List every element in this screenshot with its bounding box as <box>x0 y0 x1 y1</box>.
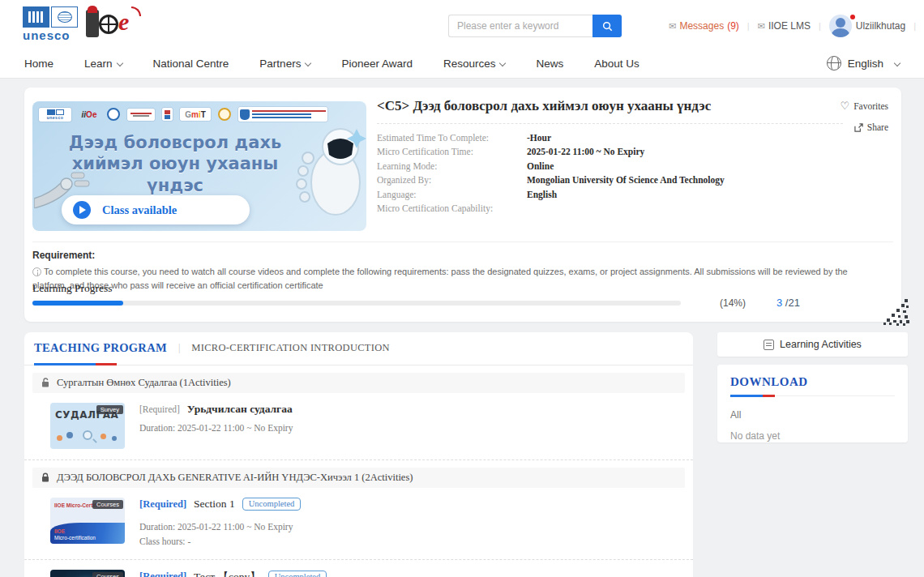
nav-item-resources[interactable]: Resources <box>443 58 506 70</box>
header-links: ✉ Messages (9) | ✉ IIOE LMS | Ulziilkhut… <box>669 15 916 37</box>
class-available-button[interactable]: Class available <box>62 195 250 224</box>
iioe-signal-icon <box>131 6 141 16</box>
info-icon <box>32 267 41 276</box>
requirement-title: Requirement: <box>32 250 893 261</box>
iioe-logo: e <box>84 6 141 44</box>
banner-iioe-logo: iiOe <box>79 108 100 122</box>
favorites-button[interactable]: ♡ Favorites <box>841 100 888 111</box>
banner-partner-logo <box>127 109 155 121</box>
banner-partner-logo <box>218 108 231 121</box>
status-badge: Uncompleted <box>268 571 327 577</box>
messages-count-badge: (9) <box>727 20 739 32</box>
download-underline <box>730 395 895 397</box>
course-title: <C5> Дээд боловсрол дахь хиймэл оюун уха… <box>377 98 831 114</box>
robot-illustration <box>272 119 366 224</box>
unesco-wordmark: unesco <box>23 28 81 42</box>
status-badge: Uncompleted <box>242 498 302 511</box>
nav-item-pioneer-award[interactable]: Pioneer Award <box>341 58 413 70</box>
course-details: Estimated Time To Complete:-Hour Micro C… <box>377 130 863 216</box>
requirement-text: To complete this course, you need to wat… <box>32 265 883 293</box>
download-title: DOWNLOAD <box>730 375 895 389</box>
detail-row: Micro Certification Time:2025-01-22 11:0… <box>377 145 863 160</box>
activity-section1[interactable]: IIOE Micro-Certification Courses IIOE Mi… <box>50 498 693 549</box>
chevron-down-icon <box>894 60 900 66</box>
unesco-temple-icon <box>23 6 49 28</box>
avatar <box>829 15 852 37</box>
language-switcher[interactable]: English <box>827 56 900 71</box>
banner-partner-logo <box>107 108 120 121</box>
section-title: ДЭЭД БОЛОВСРОЛ ДАХЬ GENERATIVE AI-ИЙН ҮН… <box>57 472 413 484</box>
teaching-program-card: TEACHING PROGRAM | MICRO-CERTIFICATION I… <box>24 332 693 577</box>
play-icon <box>73 201 91 219</box>
iioe-globe-icon <box>99 15 118 34</box>
header-search <box>448 15 622 37</box>
activity-thumbnail: IIOE Micro-Certification Courses IIOE Mi… <box>50 498 125 544</box>
divider <box>24 365 693 365</box>
form-icon <box>764 340 774 350</box>
section-header-lesson1[interactable]: ДЭЭД БОЛОВСРОЛ ДАХЬ GENERATIVE AI-ИЙН ҮН… <box>32 468 685 488</box>
search-button[interactable] <box>592 15 622 37</box>
course-banner[interactable]: unesco iiOe GmiT Дээд боловсрол дахь хий… <box>32 101 366 231</box>
learning-activities-label: Learning Activities <box>780 339 862 350</box>
favorites-label: Favorites <box>853 101 888 111</box>
mail-icon: ✉ <box>758 21 765 32</box>
main-nav: Home Learn National Centre Partners Pion… <box>0 49 924 79</box>
requirement-block: Requirement: To complete this course, yo… <box>32 241 893 293</box>
detail-row: Language:English <box>377 187 863 202</box>
unesco-logo: unesco <box>23 6 81 42</box>
header: unesco e ✉ Messages (9) | ✉ IIOE LMS | <box>0 0 924 49</box>
detail-row: Micro Certification Capability: <box>377 202 863 216</box>
lock-icon <box>41 472 50 483</box>
active-tab-underline <box>34 363 117 365</box>
divider <box>24 459 693 460</box>
activity-title: Урьдчилсан судалгаа <box>187 403 293 416</box>
nav-item-partners[interactable]: Partners <box>259 58 310 70</box>
banner-gmit-logo: GmiT <box>180 108 211 121</box>
nav-item-news[interactable]: News <box>536 58 563 70</box>
nav-item-about-us[interactable]: About Us <box>594 58 640 70</box>
activity-title: Тест 【copy】 <box>194 570 261 577</box>
iioe-e-glyph: e <box>118 8 129 36</box>
tab-divider: | <box>178 342 180 354</box>
activity-duration: Duration: 2025-01-22 11:00 ~ No Expiry <box>139 520 693 534</box>
divider: | <box>913 21 916 31</box>
share-button[interactable]: Share <box>841 122 888 132</box>
activity-duration: Duration: 2025-01-22 11:00 ~ No Expiry <box>139 421 693 435</box>
learning-activities-button[interactable]: Learning Activities <box>717 332 908 357</box>
required-tag: [Required] <box>139 404 180 414</box>
nav-item-national-centre[interactable]: National Centre <box>153 58 229 70</box>
section-header-presurvey[interactable]: Сургалтын Өмнөх Судалгаа (1Activities) <box>32 373 685 393</box>
banner-partner-logo <box>162 108 173 121</box>
user-menu[interactable]: Ulziilkhutag <box>829 15 905 37</box>
unesco-globe-icon <box>51 6 78 28</box>
share-label: Share <box>867 122 888 132</box>
required-tag: [Required] <box>139 571 186 577</box>
thumbnail-type-badge: Courses <box>92 500 123 509</box>
divider: | <box>747 21 750 31</box>
search-input[interactable] <box>448 15 592 37</box>
download-card: DOWNLOAD All No data yet <box>717 365 908 442</box>
nav-item-learn[interactable]: Learn <box>84 58 122 70</box>
chevron-down-icon <box>305 59 311 66</box>
download-empty-text: No data yet <box>730 430 895 442</box>
activity-thumbnail: СУДАЛГАА Survey <box>50 403 125 449</box>
activity-presurvey[interactable]: СУДАЛГАА Survey [Required] Урьдчилсан су… <box>50 403 693 450</box>
tab-micro-certification-introduction[interactable]: MICRO-CERTIFICATION INTRODUCTION <box>191 342 390 354</box>
messages-label: Messages <box>679 20 724 32</box>
messages-link[interactable]: ✉ Messages (9) <box>669 20 739 32</box>
qr-corner-decoration[interactable] <box>882 297 914 327</box>
activity-class-hours: Class hours: - <box>139 535 693 549</box>
section-title: Сургалтын Өмнөх Судалгаа (1Activities) <box>57 377 231 389</box>
iioe-person-icon <box>86 10 99 37</box>
activity-thumbnail: Courses AI <box>50 570 125 577</box>
site-logos[interactable]: unesco e <box>23 6 141 44</box>
nav-item-home[interactable]: Home <box>24 58 53 70</box>
progress-count: 3 /21 <box>776 297 800 309</box>
download-filter-all[interactable]: All <box>730 409 895 421</box>
iioe-lms-link[interactable]: ✉ IIOE LMS <box>758 20 811 32</box>
required-tag: [Required] <box>139 498 186 511</box>
course-actions: ♡ Favorites Share <box>841 100 888 143</box>
heart-icon: ♡ <box>841 100 850 111</box>
activity-test-copy[interactable]: Courses AI [Required] Тест 【copy】 Uncomp… <box>50 570 693 577</box>
tab-teaching-program[interactable]: TEACHING PROGRAM <box>34 341 167 355</box>
